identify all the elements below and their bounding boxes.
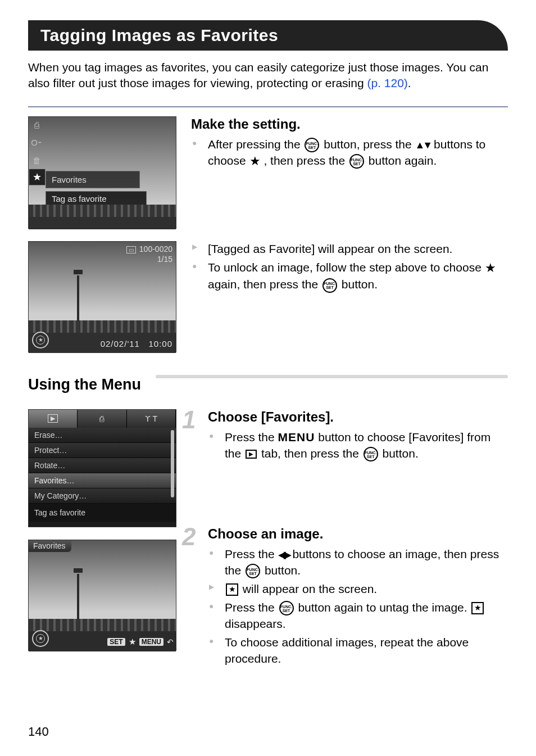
up-down-icon: ▲▼	[415, 139, 431, 151]
func-set-button-icon: FUNC.SET	[279, 601, 294, 615]
star-icon: ★	[29, 169, 46, 185]
playback-tab-icon: ▶	[246, 450, 257, 459]
menu-item-rotate: Rotate…	[29, 458, 176, 473]
intro-text-a: When you tag images as favorites, you ca…	[28, 61, 488, 89]
step-number-1: 1	[182, 406, 196, 434]
print-tab: ⎙	[78, 410, 126, 428]
func-set-button-icon: FUNC.SET	[349, 154, 364, 169]
page-number: 140	[28, 725, 49, 739]
favorites-label: Favorites	[46, 171, 140, 188]
card-icon: ▭	[126, 246, 136, 253]
instruction-line: To unlock an image, follow the step abov…	[201, 260, 508, 293]
favorite-indicator-icon: ★	[32, 630, 49, 647]
menu-item-erase: Erase…	[29, 428, 176, 443]
step-heading-make-setting: Make the setting.	[191, 116, 508, 132]
instruction-line: Press the ◀▶ buttons to choose an image,…	[218, 546, 508, 579]
star-icon: ★	[485, 261, 496, 275]
lcd-screenshot-menu: ▶ ⎙ ϒ T Erase… Protect… Rotate… Favorite…	[28, 409, 176, 527]
star-icon: ★	[249, 154, 261, 168]
divider	[28, 106, 508, 107]
func-set-button-icon: FUNC.SET	[246, 564, 260, 578]
date-label: 02/02/'11	[101, 339, 140, 348]
menu-footer: Tag as favorite	[29, 504, 176, 522]
func-set-button-icon: FUNC.SET	[322, 278, 337, 293]
menu-button-label: MENU	[139, 638, 163, 646]
favorite-indicator-icon: ★	[32, 332, 49, 348]
star-box-icon: ★	[471, 602, 484, 614]
playback-tab: ▶	[29, 410, 78, 428]
step-number-2: 2	[182, 523, 196, 551]
file-number: 100-0020	[139, 245, 172, 253]
star-box-icon: ★	[226, 583, 238, 596]
image-count: 1/15	[126, 254, 172, 264]
func-set-button-icon: FUNC.SET	[305, 138, 319, 152]
menu-item-my-category: My Category…	[29, 488, 176, 504]
time-label: 10:00	[148, 339, 172, 348]
intro-text-b: .	[408, 76, 411, 89]
left-right-icon: ◀▶	[278, 549, 289, 560]
page-title: Tagging Images as Favorites	[28, 20, 508, 51]
scrollbar	[171, 430, 174, 497]
page-ref-link[interactable]: (p. 120)	[367, 76, 407, 89]
set-button-label: SET	[107, 638, 125, 646]
menu-item-favorites: Favorites…	[29, 473, 176, 488]
instruction-line: After pressing the FUNC.SET button, pres…	[201, 137, 508, 170]
lcd-screenshot-tagged: ▭100-0020 1/15 ★ 02/02/'11 10:00	[28, 241, 176, 352]
return-icon: ↶	[167, 637, 174, 646]
func-set-button-icon: FUNC.SET	[364, 447, 378, 461]
favorites-header: Favorites	[29, 540, 71, 552]
step-heading-choose-favorites: Choose [Favorites].	[208, 409, 508, 425]
step-heading-choose-image-real: Choose an image.	[208, 526, 508, 542]
result-line: ★ will appear on the screen.	[218, 581, 508, 597]
tools-tab: ϒ T	[127, 410, 176, 428]
intro-paragraph: When you tag images as favorites, you ca…	[28, 60, 508, 92]
star-icon: ★	[129, 637, 136, 647]
menu-button-label: MENU	[278, 431, 315, 443]
instruction-line: To choose additional images, repeat the …	[218, 635, 508, 667]
menu-item-protect: Protect…	[29, 443, 176, 458]
lcd-screenshot-favorites-select: Favorites ★ SET ★ MENU ↶	[28, 540, 176, 651]
instruction-line: Press the FUNC.SET button again to untag…	[218, 600, 508, 632]
print-icon: ⎙	[34, 120, 39, 130]
instruction-line: Press the MENU button to choose [Favorit…	[218, 429, 508, 462]
section-heading-using-menu: Using the Menu	[28, 376, 148, 393]
trash-icon: 🗑	[33, 156, 41, 165]
protect-icon: O⁃	[31, 138, 42, 148]
lcd-screenshot-func-menu: ⎙ O⁃ 🗑 ⟲ ★ Favorites Tag as favorite	[28, 116, 176, 229]
section-rule	[156, 375, 508, 378]
tag-as-favorite-label: Tag as favorite	[46, 191, 147, 206]
result-line: [Tagged as Favorite] will appear on the …	[201, 241, 508, 257]
